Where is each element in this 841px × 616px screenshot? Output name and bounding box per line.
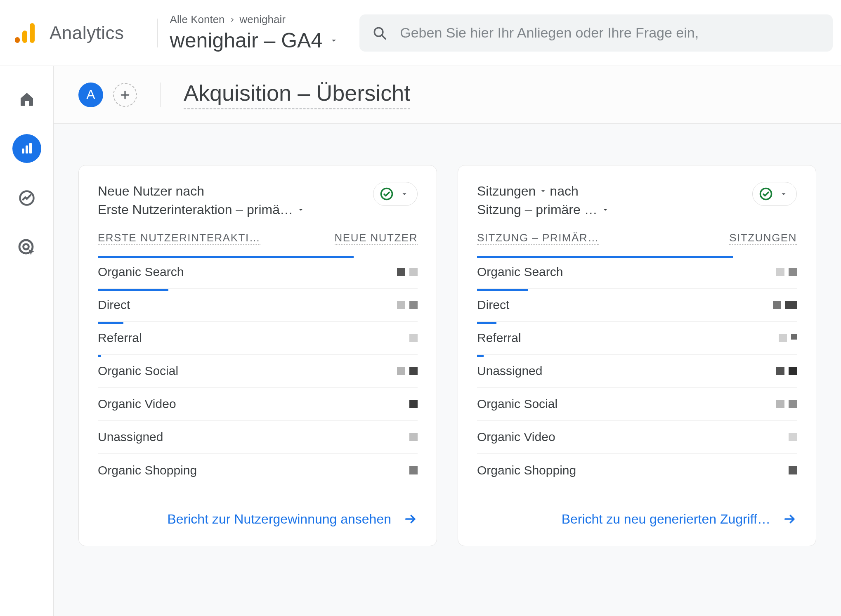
view-report-link[interactable]: Bericht zur Nutzergewinnung ansehen [167,512,391,527]
account-selector[interactable]: Alle Konten wenighair wenighair – GA4 [170,13,339,52]
caret-down-icon [329,35,339,45]
table-row[interactable]: Organic Search [477,256,797,289]
row-label: Unassigned [477,364,542,378]
card-dimension-dropdown[interactable]: Erste Nutzerinteraktion – primä… [98,201,305,219]
property-name: wenighair – GA4 [170,28,323,52]
col-dimension: ERSTE NUTZERINTERAKTI… [98,231,260,245]
header-divider [157,19,158,47]
breadcrumb-all-accounts: Alle Konten [170,13,225,26]
search-input[interactable] [400,25,820,41]
col-metric: SITZUNGEN [729,231,797,245]
card-title-line1: Neue Nutzer nach [98,182,204,201]
row-value [409,334,418,342]
table-row[interactable]: Referral [98,322,418,355]
row-value [409,400,418,408]
target-click-icon [17,238,37,257]
row-label: Unassigned [98,430,163,444]
col-dimension: SITZUNG – PRIMÄR… [477,231,599,245]
trend-circle-icon [18,189,36,207]
nav-reports[interactable] [12,134,41,163]
row-label: Organic Search [477,265,563,279]
svg-rect-5 [22,149,24,153]
view-report-link[interactable]: Bericht zu neu generierten Zugriff… [562,512,770,527]
row-label: Referral [477,331,521,345]
table-row[interactable]: Organic Search [98,256,418,289]
content-area: A Akquisition – Übersicht Neue Nutzer na… [54,66,841,616]
app-header: Analytics Alle Konten wenighair wenighai… [0,0,841,66]
card-title: Neue Nutzer nach Erste Nutzerinteraktion… [98,182,305,219]
card-status-pill[interactable] [752,182,797,206]
row-value [397,268,418,276]
svg-point-10 [23,244,28,250]
row-label: Referral [98,331,142,345]
caret-down-icon [601,205,610,214]
row-label: Direct [98,298,130,312]
chevron-right-icon [229,17,236,23]
search-bar[interactable] [359,14,833,52]
row-value [779,334,797,342]
row-label: Organic Social [98,364,178,378]
table-row[interactable]: Unassigned [98,421,418,454]
row-label: Organic Search [98,265,184,279]
svg-rect-0 [15,37,20,43]
table-row[interactable]: Organic Video [477,421,797,454]
data-rows: Organic Search Direct Referral Unassigne… [477,256,797,487]
table-row[interactable]: Direct [477,289,797,322]
cards-row: Neue Nutzer nach Erste Nutzerinteraktion… [54,124,841,571]
add-segment-button[interactable] [113,83,137,107]
svg-rect-6 [26,146,28,154]
analytics-logo-icon [12,21,37,45]
data-rows: Organic Search Direct Referral Organic S… [98,256,418,487]
row-value [789,466,797,474]
table-row[interactable]: Organic Shopping [477,454,797,487]
nav-explore[interactable] [12,184,41,212]
svg-rect-1 [22,31,27,43]
page-subheader: A Akquisition – Übersicht [54,66,841,124]
segment-chip[interactable]: A [78,83,103,107]
arrow-right-icon [783,512,797,526]
card-dimension-label: Sitzung – primäre … [477,201,598,219]
card-status-pill[interactable] [373,182,418,206]
card-dimension-dropdown[interactable]: Sitzung – primäre … [477,201,610,219]
card-title: Sitzungen nach Sitzung – primäre … [477,182,610,219]
table-row[interactable]: Organic Shopping [98,454,418,487]
table-row[interactable]: Unassigned [477,355,797,388]
row-label: Organic Shopping [477,463,576,477]
table-header: ERSTE NUTZERINTERAKTI… NEUE NUTZER [98,227,418,250]
table-row[interactable]: Organic Social [477,388,797,421]
row-value [776,268,797,276]
row-value [776,400,797,408]
nav-home[interactable] [12,85,41,113]
logo-block: Analytics [12,21,124,45]
row-label: Organic Video [477,430,555,444]
card-title-line1-suffix: nach [550,182,578,201]
subheader-divider [160,83,161,107]
table-row[interactable]: Direct [98,289,418,322]
product-name: Analytics [50,23,124,43]
caret-down-icon [539,187,547,195]
caret-down-icon [296,205,305,214]
bar-chart-icon [19,141,34,156]
plus-icon [119,89,131,101]
search-icon [372,25,387,41]
card-metric-dropdown[interactable]: Sitzungen [477,182,547,201]
breadcrumb-account: wenighair [240,13,286,26]
nav-advertising[interactable] [12,233,41,262]
table-row[interactable]: Organic Video [98,388,418,421]
svg-rect-7 [29,143,32,154]
col-metric: NEUE NUTZER [335,231,418,245]
row-value [776,367,797,375]
row-label: Organic Shopping [98,463,197,477]
arrow-right-icon [404,512,418,526]
page-title[interactable]: Akquisition – Übersicht [184,80,410,109]
table-row[interactable]: Organic Social [98,355,418,388]
breadcrumb: Alle Konten wenighair [170,13,339,26]
card-dimension-label: Erste Nutzerinteraktion – primä… [98,201,293,219]
caret-down-icon [779,189,788,198]
check-circle-icon [379,186,394,201]
table-row[interactable]: Referral [477,322,797,355]
left-nav [0,66,54,616]
card-sessions: Sitzungen nach Sitzung – primäre … [458,165,816,546]
svg-rect-2 [30,23,35,43]
row-value [397,367,418,375]
